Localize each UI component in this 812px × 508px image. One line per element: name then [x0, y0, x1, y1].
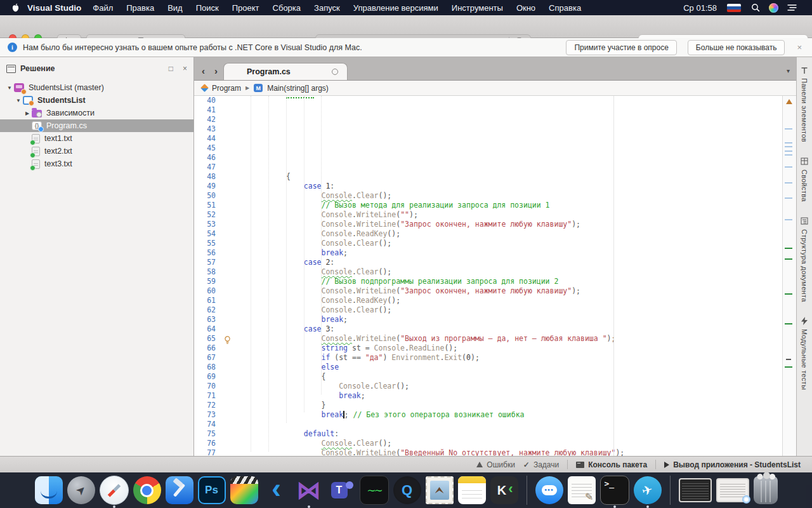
menu-item[interactable]: Окно	[516, 3, 535, 13]
tab-toolbox[interactable]: Панели элементов	[801, 66, 809, 142]
code-line[interactable]	[233, 420, 782, 429]
menubar-clock[interactable]: Ср 01:58	[683, 3, 717, 13]
code-line[interactable]: break;	[233, 248, 782, 258]
tab-unit-tests[interactable]: Модульные тесты	[801, 317, 809, 390]
dock-notes-icon[interactable]	[458, 476, 486, 504]
menu-item[interactable]: Поиск	[196, 3, 219, 13]
control-center-icon[interactable]	[787, 4, 797, 11]
tree-item[interactable]: {}Program.cs	[0, 119, 193, 132]
dock-window-terminal-icon[interactable]	[679, 478, 712, 502]
tab-document-outline[interactable]: Структура документа	[801, 217, 809, 302]
tab-program-cs[interactable]: Program.cs	[223, 63, 348, 80]
menu-item[interactable]: Управление версиями	[353, 3, 438, 13]
code-line[interactable]: Console.WriteLine("Запрос окончен, нажми…	[233, 220, 782, 229]
dock-launchpad-icon[interactable]	[67, 476, 95, 504]
tree-item[interactable]: text1.txt	[0, 132, 193, 145]
dock-kapp-icon[interactable]	[490, 476, 518, 504]
tree-item[interactable]: ▶Зависимости	[0, 107, 193, 119]
dock-telegram-icon[interactable]	[634, 476, 662, 504]
menu-item[interactable]: Сборка	[273, 3, 301, 13]
code-editor[interactable]: 4041424344454647484950515253545556575859…	[194, 96, 782, 456]
code-line[interactable]: Console.WriteLine("");	[233, 210, 782, 220]
code-line[interactable]: default:	[233, 429, 782, 439]
code-line[interactable]: break;	[233, 391, 782, 401]
code-line[interactable]: if (st == "да") Environment.Exit(0);	[233, 353, 782, 363]
dock-trash-icon[interactable]	[754, 476, 778, 504]
dock-messages-icon[interactable]	[535, 476, 563, 504]
dock-safari-icon[interactable]	[100, 476, 129, 505]
code-line[interactable]: // Вызов подпрограммы реализации запроса…	[233, 277, 782, 286]
scrollbar-overview-ruler[interactable]	[782, 96, 796, 456]
code-line[interactable]: Console.Clear();	[233, 239, 782, 248]
code-line[interactable]: Console.WriteLine("Введенный No отсутств…	[233, 448, 782, 456]
code-line[interactable]: break;	[233, 315, 782, 324]
tab-properties[interactable]: Свойства	[801, 157, 809, 202]
menu-item[interactable]: Вид	[167, 3, 183, 13]
breadcrumb-method[interactable]: Main(string[] args)	[267, 84, 329, 93]
keyboard-layout-flag-icon[interactable]	[727, 4, 741, 12]
tree-expander-icon[interactable]: ▼	[14, 98, 23, 104]
dock-chrome-icon[interactable]	[133, 476, 161, 504]
menu-item[interactable]: Проект	[232, 3, 259, 13]
dock-finalcut-icon[interactable]	[230, 476, 258, 504]
spotlight-search-icon[interactable]	[751, 3, 760, 12]
code-line[interactable]: // Вызов метода для реализации запроса д…	[233, 201, 782, 210]
code-line[interactable]: case 2:	[233, 258, 782, 267]
menu-item[interactable]: Запуск	[314, 3, 340, 13]
code-line[interactable]: {	[233, 172, 782, 182]
code-line[interactable]: Console.Clear();	[233, 267, 782, 277]
dock-visualstudio-icon[interactable]	[295, 476, 323, 504]
dock-textedit-icon[interactable]	[568, 476, 596, 504]
quick-fix-lightbulb-icon[interactable]	[224, 335, 231, 347]
code-line[interactable]: Console.ReadKey();	[233, 296, 782, 305]
tree-expander-icon[interactable]: ▶	[23, 110, 32, 116]
menu-item[interactable]: Файл	[93, 3, 113, 13]
tree-item[interactable]: ▼StudentsList	[0, 94, 193, 107]
menu-item[interactable]: Правка	[126, 3, 154, 13]
tree-item[interactable]: ▼StudentsList (master)	[0, 81, 193, 94]
code-line[interactable]: Console.Clear();	[233, 305, 782, 315]
dock-finder-icon[interactable]	[35, 476, 63, 504]
dock-vscode-icon[interactable]	[263, 476, 291, 504]
code-line[interactable]: else	[233, 363, 782, 372]
panel-close-button[interactable]: ×	[183, 64, 187, 73]
dock-quicktime-icon[interactable]	[393, 476, 421, 504]
notification-close-icon[interactable]: ×	[797, 43, 802, 52]
tab-unsaved-indicator[interactable]	[332, 69, 338, 75]
code-line[interactable]: Console.WriteLine("Выход из программы – …	[233, 334, 782, 344]
dock-mail-icon[interactable]	[426, 476, 454, 504]
code-line[interactable]: Console.Clear();	[233, 439, 782, 448]
package-console-button[interactable]: Консоль пакета	[576, 460, 647, 469]
tree-item[interactable]: text2.txt	[0, 145, 193, 157]
dock-xcode-icon[interactable]	[166, 476, 193, 504]
tree-expander-icon[interactable]: ▼	[5, 85, 14, 91]
code-line[interactable]: case 1:	[233, 182, 782, 191]
code-text[interactable]: { case 1: Console.Clear(); // Вызов мето…	[233, 96, 782, 456]
navigate-forward-icon[interactable]: ›	[214, 66, 218, 76]
panel-dock-button[interactable]: □	[169, 64, 173, 73]
tab-list-dropdown-icon[interactable]: ▾	[787, 67, 790, 74]
errors-button[interactable]: Ошибки	[476, 460, 515, 469]
dont-show-again-button[interactable]: Больше не показывать	[688, 40, 785, 55]
siri-icon[interactable]	[769, 3, 778, 13]
dock-terminal-icon[interactable]	[600, 476, 629, 505]
apple-menu-icon[interactable]	[11, 3, 20, 13]
dock-window-document-icon[interactable]	[716, 478, 749, 502]
code-line[interactable]: Console.ReadKey();	[233, 229, 782, 239]
code-line[interactable]: break; // Без этого оператора возникает …	[233, 410, 782, 420]
breadcrumb-class[interactable]: Program	[212, 84, 241, 93]
line-number-gutter[interactable]: 4041424344454647484950515253545556575859…	[194, 96, 223, 456]
tree-item[interactable]: text3.txt	[0, 157, 193, 170]
menu-item[interactable]: Инструменты	[452, 3, 503, 13]
code-line[interactable]: case 3:	[233, 324, 782, 334]
take-survey-button[interactable]: Примите участие в опросе	[566, 40, 676, 55]
tasks-button[interactable]: ✓ Задачи	[523, 460, 559, 469]
code-line[interactable]: Console.Clear();	[233, 191, 782, 201]
app-menu[interactable]: Visual Studio	[27, 3, 81, 13]
menu-item[interactable]: Справка	[549, 3, 581, 13]
dock-monitor-icon[interactable]	[360, 476, 389, 505]
code-line[interactable]: Console.Clear();	[233, 382, 782, 391]
dock-photoshop-icon[interactable]	[198, 476, 226, 504]
code-line[interactable]: }	[233, 401, 782, 410]
navigate-back-icon[interactable]: ‹	[202, 66, 205, 76]
